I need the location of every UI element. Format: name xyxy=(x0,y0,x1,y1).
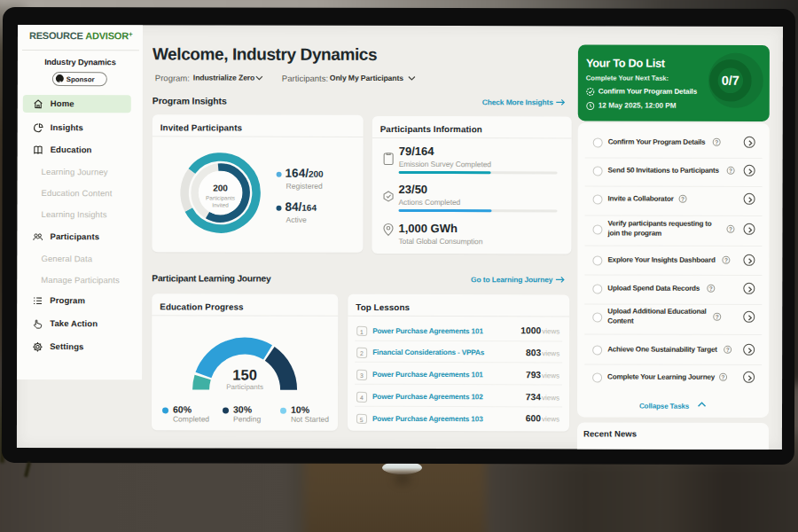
svg-text:0/7: 0/7 xyxy=(722,73,739,87)
svg-text:Participants: Participants xyxy=(226,383,263,391)
svg-text:150: 150 xyxy=(232,367,257,383)
svg-text:200: 200 xyxy=(213,184,228,193)
svg-text:Participants: Participants xyxy=(206,194,235,201)
svg-text:Invited: Invited xyxy=(212,201,229,207)
